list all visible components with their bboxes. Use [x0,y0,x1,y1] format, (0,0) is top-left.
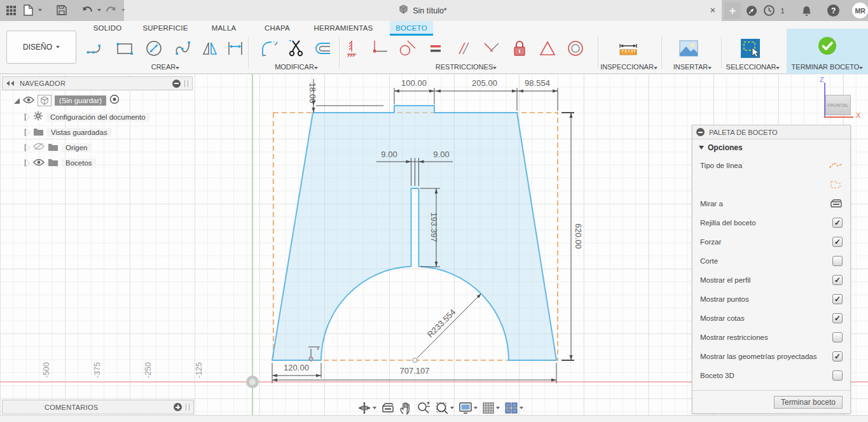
constraint-collinear-icon[interactable] [481,38,502,59]
section-collapse-icon[interactable] [699,146,704,150]
add-comment-icon[interactable] [174,403,182,411]
file-menu-caret-icon[interactable] [38,9,42,11]
tab-chapa[interactable]: CHAPA [258,21,296,36]
avatar[interactable]: MR [852,3,868,18]
dim-tab-height[interactable]: 18.00 [308,83,317,104]
visibility-eye-icon[interactable] [33,157,45,169]
create-mirror-icon[interactable] [200,38,221,59]
show-projected-geometries-checkbox[interactable]: ✓ [832,351,843,362]
constraint-tangent-icon[interactable] [397,38,418,59]
activate-target-icon[interactable] [109,94,120,107]
redo-icon[interactable] [104,3,118,17]
palette-section-options[interactable]: Opciones [692,139,850,156]
constraint-parallel-icon[interactable] [453,38,474,59]
zoom-window-button[interactable] [434,400,455,416]
dim-slot-depth[interactable]: 193.397 [429,213,439,243]
new-tab-button[interactable]: + [724,3,741,19]
select-tool-icon[interactable] [740,38,761,59]
display-settings-button[interactable] [457,401,479,415]
notifications-bell-icon[interactable] [800,4,814,18]
snap-checkbox[interactable]: ✓ [832,237,843,247]
modify-trim-icon[interactable] [286,38,307,59]
create-circle-icon[interactable] [143,38,165,59]
undo-caret-icon[interactable] [97,9,101,11]
look-at-icon[interactable] [830,198,843,210]
grid-settings-caret-icon[interactable] [496,407,500,409]
origin-marker[interactable] [246,376,259,388]
panel-grip-icon[interactable] [184,80,188,87]
dim-top-right-span[interactable]: 205.00 [472,78,497,88]
close-document-icon[interactable]: × [707,4,719,16]
dim-arc-radius[interactable]: R233.554 [425,307,457,339]
sketch-grid-checkbox[interactable]: ✓ [832,218,843,228]
orbit-caret-icon[interactable] [373,407,376,409]
look-at-button[interactable] [380,401,396,415]
help-icon[interactable]: ? [827,4,839,17]
dim-slot-right-offset[interactable]: 9.00 [433,150,449,159]
3d-sketch-checkbox[interactable] [832,370,843,381]
slice-checkbox[interactable] [832,256,843,266]
document-root-label[interactable]: (Sin guardar) [55,95,106,106]
panel-grip-icon[interactable] [186,404,189,411]
dim-tab-width[interactable]: 100.00 [401,78,427,88]
inspect-measure-icon[interactable] [617,38,639,59]
grid-settings-button[interactable] [481,401,501,415]
zoom-window-caret-icon[interactable] [450,407,454,409]
document-tab[interactable]: Sin título* [124,0,722,21]
navigator-item-label[interactable]: Origen [62,143,92,152]
display-settings-caret-icon[interactable] [474,407,478,409]
constraint-coincident-icon[interactable] [369,38,390,59]
modify-offset-icon[interactable] [312,38,333,59]
orbit-button[interactable] [356,400,378,416]
dim-total-height[interactable]: 620.00 [574,223,583,249]
navigator-root-row[interactable]: (Sin guardar) [14,94,120,107]
create-spline-icon[interactable] [172,38,194,59]
app-menu-icon[interactable] [4,3,18,17]
undo-icon[interactable] [80,3,94,17]
navigator-item-doc-settings[interactable]: Configuración del documento [25,111,149,123]
show-dimensions-checkbox[interactable]: ✓ [832,313,843,323]
group-modificar[interactable]: MODIFICAR [258,62,334,72]
save-icon[interactable] [55,3,69,17]
visibility-eye-icon[interactable] [23,95,34,106]
finish-sketch-check-icon[interactable] [816,35,838,57]
tab-herramientas[interactable]: HERRAMIENTAS [312,21,375,36]
dim-total-width[interactable]: 707.107 [400,366,430,376]
constraint-equal-icon[interactable] [425,38,446,59]
expand-closed-icon[interactable] [25,114,30,120]
insert-image-icon[interactable] [678,38,699,59]
linetype-icon[interactable] [829,160,843,171]
tab-solido[interactable]: SOLIDO [89,21,126,36]
navigator-item-sketches[interactable]: Bocetos [25,157,96,169]
create-rectangle-icon[interactable] [114,38,135,59]
extensions-icon[interactable] [745,4,759,18]
projected-geometry-icon[interactable] [829,179,843,190]
create-line-icon[interactable] [85,38,106,59]
dim-right-slope-run[interactable]: 98.554 [525,78,550,88]
navigator-item-label[interactable]: Vistas guardadas [47,128,111,137]
tab-malla[interactable]: MALLA [205,21,243,36]
group-insertar[interactable]: INSERTAR [665,62,720,72]
design-workspace-button[interactable]: DISEÑO [6,31,76,64]
navigator-item-origin[interactable]: Origen [25,141,92,154]
viewcube-front-face[interactable]: FRONTAL [825,95,851,115]
group-restricciones[interactable]: RESTRICCIONES [382,62,551,72]
group-seleccionar[interactable]: SELECCIONAR [717,62,789,72]
zoom-button[interactable] [415,400,432,416]
group-terminar-boceto[interactable]: TERMINAR BOCETO [789,62,866,72]
navigator-item-label[interactable]: Configuración del documento [46,113,149,122]
sketch-profile[interactable] [272,106,556,360]
redo-caret-icon[interactable] [121,9,125,11]
show-constraints-checkbox[interactable] [832,332,843,342]
job-status-clock-icon[interactable] [762,4,776,18]
group-crear[interactable]: CREAR [127,62,203,72]
file-menu-icon[interactable] [21,3,35,17]
minimize-panel-icon[interactable] [696,128,705,136]
pan-button[interactable] [398,400,413,416]
constraint-concentric-icon[interactable] [565,38,586,59]
finish-sketch-button[interactable]: Terminar boceto [774,396,843,409]
expand-closed-icon[interactable] [25,144,30,151]
viewports-caret-icon[interactable] [520,407,523,409]
viewports-button[interactable] [503,401,525,415]
constraint-horizontal-vertical-icon[interactable] [341,38,362,59]
